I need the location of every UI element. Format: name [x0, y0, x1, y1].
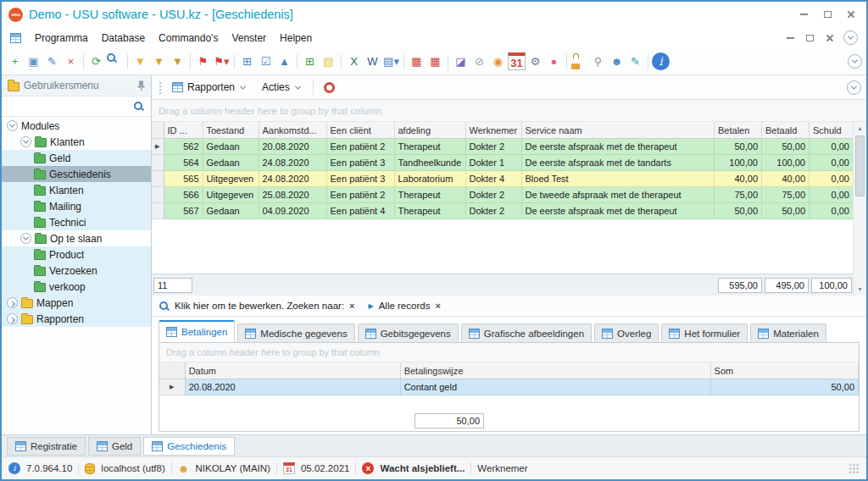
- groupby-bar[interactable]: Drag a column header here to group by th…: [152, 100, 866, 122]
- edit-record-icon[interactable]: ✎: [43, 53, 61, 70]
- filter-edit-icon[interactable]: ▼: [169, 53, 186, 70]
- new-record-icon[interactable]: +: [6, 53, 24, 70]
- excel-icon[interactable]: X: [345, 53, 363, 70]
- collapse-icon[interactable]: [20, 136, 31, 147]
- calendar-check-icon[interactable]: ▦: [426, 53, 444, 70]
- sidebar-item-op-te-slaan[interactable]: Op te slaan: [2, 230, 151, 246]
- row-selector[interactable]: [152, 187, 164, 203]
- tab-gebitsgegevens[interactable]: Gebitsgegevens: [358, 323, 459, 342]
- add-row-icon[interactable]: ⊞: [301, 53, 319, 70]
- row-selector[interactable]: ▶: [152, 139, 164, 155]
- export-grid-icon[interactable]: ⊞: [238, 53, 256, 70]
- menu-helpen[interactable]: Helpen: [280, 32, 312, 44]
- delete-record-icon[interactable]: ×: [62, 53, 80, 70]
- filter-records-text[interactable]: Alle records: [379, 301, 431, 311]
- sidebar-item-mailing[interactable]: Mailing: [2, 198, 151, 214]
- flag-menu-icon[interactable]: ⚑▾: [213, 53, 231, 70]
- export-menu-icon[interactable]: ▤▾: [382, 53, 400, 70]
- table-row[interactable]: 566Uitgegeven25.08.2020Een patiënt 2Ther…: [152, 187, 854, 203]
- tab-materialen[interactable]: Materialen: [750, 323, 826, 342]
- copy-record-icon[interactable]: ▣: [25, 53, 42, 70]
- col-werknemer[interactable]: Werknemer: [465, 122, 521, 139]
- menu-commandos[interactable]: Commando's: [159, 32, 218, 44]
- resize-grip[interactable]: [849, 463, 860, 474]
- toolbar-drag-handle[interactable]: [159, 81, 162, 94]
- sidebar-item-modules[interactable]: Modules: [2, 118, 151, 134]
- user-text[interactable]: NIKOLAY (MAIN): [195, 463, 270, 473]
- info-icon[interactable]: [652, 53, 670, 70]
- col-client[interactable]: Een cliënt: [326, 122, 394, 139]
- col-id[interactable]: ID ...: [164, 122, 203, 139]
- col-betaald[interactable]: Betaald: [762, 122, 810, 139]
- minimize-button[interactable]: [797, 8, 810, 21]
- calendar-add-icon[interactable]: ▦: [408, 53, 426, 70]
- tab-geld[interactable]: Geld: [88, 437, 141, 456]
- disable-icon[interactable]: ⊘: [470, 53, 488, 70]
- row-selector[interactable]: ▶: [159, 379, 185, 395]
- actionbar-overflow-button[interactable]: [847, 80, 861, 95]
- search-icon[interactable]: [133, 101, 144, 112]
- scroll-up-icon[interactable]: [854, 123, 866, 134]
- col-schuld[interactable]: Schuld: [810, 122, 854, 139]
- toolbar-overflow-button[interactable]: [848, 54, 862, 69]
- expand-icon[interactable]: [7, 313, 18, 324]
- lock-icon[interactable]: [570, 53, 588, 70]
- brush-icon[interactable]: ✎: [626, 53, 644, 70]
- tab-geschiedenis[interactable]: Geschiedenis: [143, 437, 235, 456]
- mdi-close-button[interactable]: [824, 32, 835, 43]
- table-row[interactable]: ▶20.08.2020Contant geld50,00: [159, 379, 859, 395]
- collapse-icon[interactable]: [7, 120, 18, 131]
- col-betalen[interactable]: Betalen: [715, 122, 762, 139]
- col-betalingswijze[interactable]: Betalingswijze: [400, 362, 710, 379]
- calendar-31-icon[interactable]: 31: [508, 53, 526, 70]
- sidebar-item-klanten[interactable]: Klanten: [2, 134, 151, 150]
- row-selector[interactable]: [152, 171, 164, 187]
- collapse-icon[interactable]: [20, 233, 31, 244]
- record-button[interactable]: [324, 82, 335, 93]
- note-icon[interactable]: ▤: [320, 53, 337, 70]
- tab-betalingen[interactable]: Betalingen: [159, 320, 235, 342]
- menubar-overflow-button[interactable]: [843, 30, 858, 45]
- tab-het-formulier[interactable]: Het formulier: [661, 323, 748, 342]
- sidebar-search[interactable]: [2, 97, 151, 117]
- table-row[interactable]: 567Gedaan04.09.2020Een patiënt 4Therapeu…: [152, 203, 854, 219]
- expand-icon[interactable]: [7, 297, 18, 308]
- table-row[interactable]: ▶562Gedaan20.08.2020Een patiënt 2Therape…: [152, 139, 854, 155]
- tab-grafische-afbeeldingen[interactable]: Grafische afbeeldingen: [461, 323, 592, 342]
- row-selector[interactable]: [152, 155, 164, 171]
- menu-venster[interactable]: Venster: [231, 32, 266, 44]
- sidebar-item-product[interactable]: Product: [2, 246, 151, 263]
- sidebar-item-geschiedenis[interactable]: Geschiedenis: [2, 166, 151, 182]
- filter-edit-text[interactable]: Klik hier om te bewerken. Zoeken naar:: [175, 301, 344, 311]
- grid-check-icon[interactable]: ☑: [257, 53, 275, 70]
- clear-search-icon[interactable]: ×: [349, 301, 354, 311]
- sidebar-item-verzoeken[interactable]: Verzoeken: [2, 263, 151, 279]
- acties-button[interactable]: Acties: [255, 79, 307, 96]
- tab-overleg[interactable]: Overleg: [594, 323, 659, 342]
- vertical-scrollbar[interactable]: [853, 122, 866, 296]
- palette-icon[interactable]: ●: [545, 53, 563, 70]
- image-icon[interactable]: ◪: [452, 53, 470, 70]
- col-service-naam[interactable]: Service naam: [521, 122, 715, 139]
- search-icon[interactable]: [106, 53, 124, 70]
- sidebar-item-technici[interactable]: Technici: [2, 214, 151, 230]
- date-text[interactable]: 05.02.2021: [301, 463, 350, 473]
- close-button[interactable]: [844, 8, 858, 21]
- sidebar-item-rapporten[interactable]: Rapporten: [2, 311, 151, 327]
- menu-programma[interactable]: Programma: [35, 32, 88, 44]
- mdi-restore-button[interactable]: [804, 32, 815, 43]
- col-datum[interactable]: Datum: [185, 362, 400, 379]
- tab-medische-gegevens[interactable]: Medische gegevens: [237, 323, 354, 342]
- flag-icon[interactable]: ⚑: [194, 53, 212, 70]
- pin-icon[interactable]: [137, 80, 145, 91]
- host-text[interactable]: localhost (utf8): [101, 463, 164, 473]
- scroll-down-icon[interactable]: [854, 284, 866, 295]
- table-row[interactable]: 565Uitgegeven24.08.2020Een patiënt 3Labo…: [152, 171, 854, 187]
- refresh-icon[interactable]: ⟳: [87, 53, 105, 70]
- location-icon[interactable]: ◉: [489, 53, 507, 70]
- filter-check-icon[interactable]: ▼: [150, 53, 168, 70]
- sidebar-item-klanten[interactable]: Klanten: [2, 182, 151, 198]
- table-row[interactable]: 564Gedaan24.08.2020Een patiënt 3Tandheel…: [152, 155, 854, 171]
- col-afdeling[interactable]: afdeling: [394, 122, 465, 139]
- col-toestand[interactable]: Toestand: [203, 122, 259, 139]
